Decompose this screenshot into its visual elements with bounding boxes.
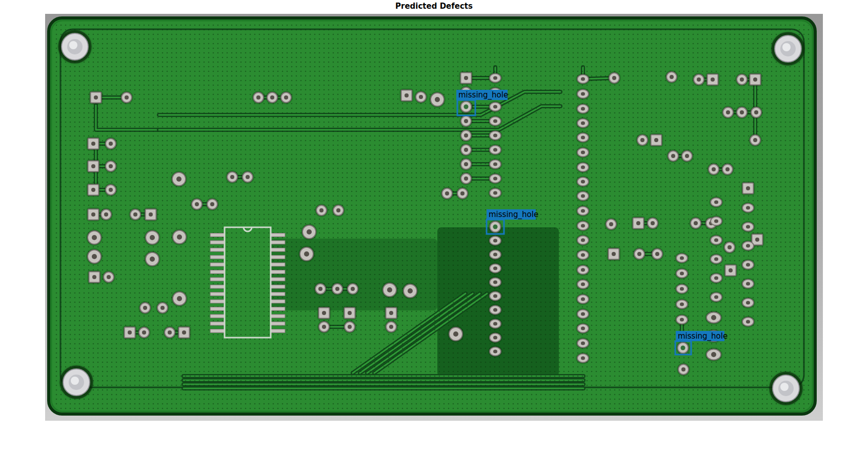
solder-pad [737,74,747,85]
solder-pad [577,222,589,230]
solder-pad [676,316,688,324]
solder-pad [725,265,736,276]
solder-pad [711,255,722,264]
solder-pad [192,199,202,209]
solder-pad [383,283,396,297]
solder-pad [678,364,689,375]
solder-pad [490,237,501,245]
solder-pad [146,252,159,266]
ic-pin [271,263,285,266]
solder-pad [89,272,100,283]
solder-pad [676,300,688,309]
solder-pad [106,139,116,149]
solder-pad [315,284,326,294]
solder-pad [319,322,329,332]
solder-pad [179,327,190,338]
ic-pin [271,278,285,281]
solder-pad [207,199,217,209]
solder-pad [146,231,159,244]
detection-label: missing_hole [678,331,728,341]
solder-pad [577,295,589,304]
solder-pad [577,266,589,274]
solder-pad [88,250,101,263]
solder-pad [91,92,102,103]
solder-pad [490,250,501,259]
solder-pad [577,354,589,363]
solder-pad [461,173,471,184]
solder-pad [634,249,644,259]
solder-pad [750,135,760,145]
solder-pad [711,274,722,283]
solder-pad [461,130,471,141]
solder-pad [609,73,619,83]
solder-pad [106,185,116,195]
solder-pad [401,90,412,101]
solder-pad [461,116,471,126]
solder-pad [490,146,501,154]
solder-pad [490,292,501,301]
solder-pad [302,225,316,239]
solder-pad [709,164,719,174]
ic-pin [210,329,225,333]
solder-pad [711,236,722,245]
solder-pad [606,219,616,229]
solder-pad [678,343,689,354]
ic-pin [271,329,285,333]
solder-pad [490,306,501,315]
solder-pad [125,327,135,338]
solder-pad [146,209,156,220]
solder-pad [577,339,589,348]
solder-pad [652,249,662,259]
ic-pin [210,322,225,325]
figure-canvas: Predicted Defects missing_holemissing_ho… [0,0,868,451]
solder-pad [577,178,589,186]
solder-pad [577,163,589,172]
solder-pad [750,74,761,85]
solder-pad [752,234,763,245]
solder-pad [742,299,754,307]
solder-pad [345,322,355,332]
solder-pad [140,303,150,313]
solder-pad [442,188,452,199]
solder-pad [577,105,589,113]
solder-pad [457,188,468,199]
solder-pad [386,322,396,332]
solder-pad [742,204,754,212]
solder-pad [416,92,426,102]
solder-pad [88,139,99,149]
solder-pad [173,292,186,305]
solder-pad [771,373,801,404]
solder-pad [694,74,704,85]
solder-pad [577,133,589,142]
solder-pad [88,231,101,244]
solder-pad [577,236,589,245]
solder-pad [267,92,277,103]
ic-pin [271,241,285,244]
solder-pad [104,272,114,282]
ic-pin [271,315,285,318]
solder-pad [742,318,754,326]
solder-pad [139,327,149,338]
solder-pad [682,151,692,161]
solder-pad [742,242,754,250]
solder-pad [403,284,417,298]
ic-pin [210,256,225,259]
solder-pad [676,254,688,263]
solder-pad [577,324,589,333]
solder-pad [490,160,501,169]
solder-pad [253,92,264,103]
solder-pad [461,145,471,155]
solder-pad [691,218,701,228]
solder-pad [227,172,237,182]
solder-pad [742,261,754,269]
solder-pad [490,264,501,273]
solder-pad [88,185,99,195]
solder-pad [461,102,472,112]
solder-pad [461,73,472,84]
solder-pad [577,310,589,319]
solder-pad [157,303,168,313]
solder-pad [173,230,186,244]
solder-pad [711,217,722,226]
solder-pad [88,161,99,172]
ic-pin [210,278,225,281]
